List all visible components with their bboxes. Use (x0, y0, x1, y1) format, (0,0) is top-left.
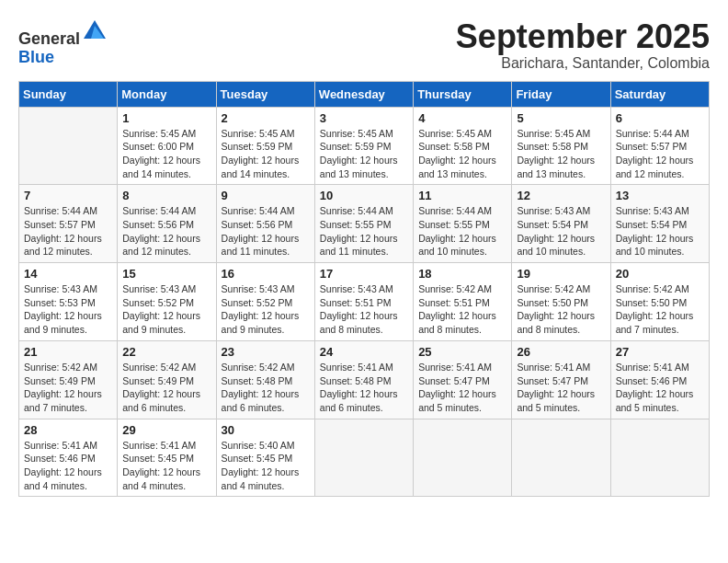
calendar-cell: 23Sunrise: 5:42 AMSunset: 5:48 PMDayligh… (216, 340, 314, 419)
day-number: 10 (320, 189, 408, 202)
day-info: Sunrise: 5:42 AMSunset: 5:48 PMDaylight:… (222, 361, 310, 415)
day-info: Sunrise: 5:43 AMSunset: 5:53 PMDaylight:… (24, 282, 112, 337)
day-number: 14 (24, 267, 112, 281)
week-row-5: 28Sunrise: 5:41 AMSunset: 5:46 PMDayligh… (19, 419, 710, 497)
day-info: Sunrise: 5:41 AMSunset: 5:46 PMDaylight:… (616, 361, 704, 415)
logo-icon (82, 18, 108, 44)
day-number: 13 (616, 189, 704, 202)
day-number: 26 (517, 345, 605, 359)
calendar-cell: 25Sunrise: 5:41 AMSunset: 5:47 PMDayligh… (414, 340, 512, 419)
header-day-friday: Friday (512, 81, 610, 107)
week-row-2: 7Sunrise: 5:44 AMSunset: 5:57 PMDaylight… (19, 185, 710, 263)
day-number: 16 (222, 267, 310, 281)
header-day-saturday: Saturday (610, 81, 709, 107)
calendar-cell: 2Sunrise: 5:45 AMSunset: 5:59 PMDaylight… (216, 107, 314, 185)
calendar-cell: 22Sunrise: 5:42 AMSunset: 5:49 PMDayligh… (118, 340, 216, 419)
day-info: Sunrise: 5:44 AMSunset: 5:56 PMDaylight:… (222, 204, 310, 259)
day-number: 3 (320, 111, 408, 125)
day-info: Sunrise: 5:41 AMSunset: 5:47 PMDaylight:… (418, 361, 506, 415)
day-info: Sunrise: 5:42 AMSunset: 5:49 PMDaylight:… (122, 361, 210, 415)
day-info: Sunrise: 5:42 AMSunset: 5:49 PMDaylight:… (24, 361, 112, 415)
day-info: Sunrise: 5:44 AMSunset: 5:56 PMDaylight:… (122, 204, 210, 259)
header-day-tuesday: Tuesday (216, 81, 314, 107)
day-number: 11 (418, 189, 506, 202)
calendar-title: September 2025 (456, 18, 710, 55)
calendar-cell: 4Sunrise: 5:45 AMSunset: 5:58 PMDaylight… (414, 107, 512, 185)
day-info: Sunrise: 5:45 AMSunset: 5:58 PMDaylight:… (418, 127, 506, 181)
week-row-4: 21Sunrise: 5:42 AMSunset: 5:49 PMDayligh… (19, 340, 710, 419)
calendar-cell: 29Sunrise: 5:41 AMSunset: 5:45 PMDayligh… (118, 419, 216, 497)
day-number: 6 (616, 111, 704, 125)
header-day-wednesday: Wednesday (314, 81, 413, 107)
day-number: 19 (517, 267, 605, 281)
logo-blue: Blue (18, 48, 54, 66)
calendar-cell: 10Sunrise: 5:44 AMSunset: 5:55 PMDayligh… (314, 185, 413, 263)
day-number: 15 (122, 267, 210, 281)
day-info: Sunrise: 5:44 AMSunset: 5:55 PMDaylight:… (320, 204, 408, 259)
day-number: 17 (320, 267, 408, 281)
day-info: Sunrise: 5:43 AMSunset: 5:52 PMDaylight:… (122, 282, 210, 337)
day-number: 30 (222, 423, 310, 437)
calendar-cell (512, 419, 610, 497)
day-info: Sunrise: 5:43 AMSunset: 5:52 PMDaylight:… (222, 282, 310, 337)
calendar-cell: 14Sunrise: 5:43 AMSunset: 5:53 PMDayligh… (19, 263, 118, 341)
week-row-3: 14Sunrise: 5:43 AMSunset: 5:53 PMDayligh… (19, 263, 710, 341)
calendar-subtitle: Barichara, Santander, Colombia (456, 55, 710, 72)
calendar-table: SundayMondayTuesdayWednesdayThursdayFrid… (18, 81, 710, 498)
day-number: 9 (222, 189, 310, 202)
header: General Blue September 2025 Barichara, S… (18, 18, 710, 72)
calendar-cell: 6Sunrise: 5:44 AMSunset: 5:57 PMDaylight… (610, 107, 709, 185)
day-number: 23 (222, 345, 310, 359)
day-info: Sunrise: 5:44 AMSunset: 5:57 PMDaylight:… (616, 127, 704, 181)
day-number: 21 (24, 345, 112, 359)
day-number: 27 (616, 345, 704, 359)
calendar-cell: 28Sunrise: 5:41 AMSunset: 5:46 PMDayligh… (19, 419, 118, 497)
calendar-cell: 13Sunrise: 5:43 AMSunset: 5:54 PMDayligh… (610, 185, 709, 263)
calendar-cell: 9Sunrise: 5:44 AMSunset: 5:56 PMDaylight… (216, 185, 314, 263)
day-number: 12 (517, 189, 605, 202)
calendar-cell: 16Sunrise: 5:43 AMSunset: 5:52 PMDayligh… (216, 263, 314, 341)
day-info: Sunrise: 5:41 AMSunset: 5:47 PMDaylight:… (517, 361, 605, 415)
calendar-cell: 27Sunrise: 5:41 AMSunset: 5:46 PMDayligh… (610, 340, 709, 419)
day-info: Sunrise: 5:41 AMSunset: 5:46 PMDaylight:… (24, 439, 112, 493)
calendar-cell: 11Sunrise: 5:44 AMSunset: 5:55 PMDayligh… (414, 185, 512, 263)
calendar-cell: 3Sunrise: 5:45 AMSunset: 5:59 PMDaylight… (314, 107, 413, 185)
day-info: Sunrise: 5:45 AMSunset: 6:00 PMDaylight:… (122, 127, 210, 181)
day-number: 20 (616, 267, 704, 281)
day-info: Sunrise: 5:43 AMSunset: 5:51 PMDaylight:… (320, 282, 408, 337)
calendar-cell (610, 419, 709, 497)
calendar-cell: 17Sunrise: 5:43 AMSunset: 5:51 PMDayligh… (314, 263, 413, 341)
title-area: September 2025 Barichara, Santander, Col… (456, 18, 710, 72)
day-number: 22 (122, 345, 210, 359)
day-info: Sunrise: 5:42 AMSunset: 5:50 PMDaylight:… (616, 282, 704, 337)
calendar-header-row: SundayMondayTuesdayWednesdayThursdayFrid… (19, 81, 710, 107)
day-info: Sunrise: 5:45 AMSunset: 5:59 PMDaylight:… (320, 127, 408, 181)
day-info: Sunrise: 5:45 AMSunset: 5:58 PMDaylight:… (517, 127, 605, 181)
header-day-sunday: Sunday (19, 81, 118, 107)
calendar-cell: 7Sunrise: 5:44 AMSunset: 5:57 PMDaylight… (19, 185, 118, 263)
day-number: 8 (122, 189, 210, 202)
day-info: Sunrise: 5:44 AMSunset: 5:57 PMDaylight:… (24, 204, 112, 259)
calendar-cell: 24Sunrise: 5:41 AMSunset: 5:48 PMDayligh… (314, 340, 413, 419)
day-number: 25 (418, 345, 506, 359)
day-number: 4 (418, 111, 506, 125)
day-info: Sunrise: 5:41 AMSunset: 5:48 PMDaylight:… (320, 361, 408, 415)
calendar-cell: 18Sunrise: 5:42 AMSunset: 5:51 PMDayligh… (414, 263, 512, 341)
day-info: Sunrise: 5:42 AMSunset: 5:51 PMDaylight:… (418, 282, 506, 337)
day-number: 29 (122, 423, 210, 437)
calendar-cell: 30Sunrise: 5:40 AMSunset: 5:45 PMDayligh… (216, 419, 314, 497)
day-info: Sunrise: 5:41 AMSunset: 5:45 PMDaylight:… (122, 439, 210, 493)
calendar-cell: 5Sunrise: 5:45 AMSunset: 5:58 PMDaylight… (512, 107, 610, 185)
calendar-cell (414, 419, 512, 497)
header-day-monday: Monday (118, 81, 216, 107)
day-number: 18 (418, 267, 506, 281)
day-number: 5 (517, 111, 605, 125)
calendar-body: 1Sunrise: 5:45 AMSunset: 6:00 PMDaylight… (19, 107, 710, 497)
calendar-cell: 26Sunrise: 5:41 AMSunset: 5:47 PMDayligh… (512, 340, 610, 419)
day-info: Sunrise: 5:43 AMSunset: 5:54 PMDaylight:… (616, 204, 704, 259)
day-number: 1 (122, 111, 210, 125)
day-number: 24 (320, 345, 408, 359)
logo: General Blue (18, 18, 108, 67)
calendar-cell: 21Sunrise: 5:42 AMSunset: 5:49 PMDayligh… (19, 340, 118, 419)
logo-general: General (18, 29, 80, 48)
